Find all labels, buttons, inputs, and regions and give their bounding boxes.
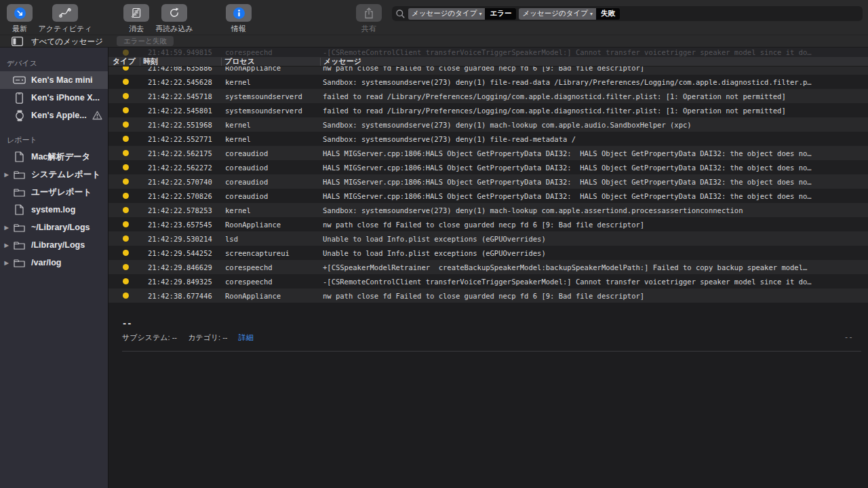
- sidebar-item-label: Mac解析データ: [31, 151, 90, 163]
- folder-icon: [13, 259, 26, 267]
- share-button: 共有: [356, 4, 382, 22]
- disclosure-triangle-icon[interactable]: ▶: [3, 242, 9, 248]
- cell-time: 21:42:23.657545: [140, 221, 221, 229]
- table-row[interactable]: 21:42:22.545628kernelSandbox: systemsoun…: [108, 75, 868, 89]
- token-menu-error[interactable]: メッセージのタイプ▾: [408, 8, 485, 20]
- search-icon: [395, 9, 406, 19]
- clear-icon: [123, 4, 149, 22]
- table-row[interactable]: 21:42:29.544252screencaptureuiUnable to …: [108, 246, 868, 260]
- detail-meta: サブシステム: -- カテゴリ: -- 詳細: [122, 333, 253, 343]
- cell-message: Unable to load Info.plist exceptions (eG…: [320, 235, 868, 243]
- sidebar-item-var-log[interactable]: ▶/var/log: [0, 254, 108, 271]
- clear-button[interactable]: 消去: [123, 4, 149, 22]
- table-row[interactable]: 21:42:38.677446RoonAppliancenw_path_clos…: [108, 288, 868, 303]
- log-table: 21:42:08.635886RoonAppliancenw_path_clos…: [108, 60, 868, 303]
- column-header-time[interactable]: 時刻: [140, 58, 221, 66]
- cell-process: screencaptureui: [221, 249, 320, 257]
- search-field[interactable]: メッセージのタイプ▾ エラー メッセージのタイプ▾ 失敗: [392, 6, 863, 21]
- column-header-type[interactable]: タイプ: [108, 56, 140, 67]
- table-row[interactable]: 21:42:29.530214lsdUnable to load Info.pl…: [108, 231, 868, 246]
- sidebar: デバイスKen's Mac miniKen's iPhone X...Ken's…: [0, 48, 108, 488]
- column-header-process[interactable]: プロセス: [221, 58, 320, 66]
- table-row[interactable]: 21:42:22.570740coreaudiodHALS_MIGServer.…: [108, 174, 868, 189]
- cell-process: coreaudiod: [221, 149, 320, 157]
- cell-process: kernel: [221, 78, 320, 86]
- log-level-dot: [123, 121, 129, 128]
- sidebar-item-library-logs[interactable]: ▶/Library/Logs: [0, 236, 108, 254]
- activity-icon: [52, 4, 78, 22]
- search-input[interactable]: [623, 10, 859, 18]
- table-row[interactable]: 21:42:22.562175coreaudiodHALS_MIGServer.…: [108, 146, 868, 160]
- disclosure-triangle-icon[interactable]: ▶: [3, 260, 9, 266]
- sidebar-item-システムレポート[interactable]: ▶システムレポート: [0, 166, 108, 183]
- sidebar-item-library-logs[interactable]: ▶~/Library/Logs: [0, 219, 108, 236]
- cell-time: 21:42:22.570740: [140, 178, 221, 186]
- search-token-error[interactable]: メッセージのタイプ▾ エラー: [408, 8, 516, 20]
- table-row[interactable]: 21:42:29.846629corespeechd+[CSSpeakerMod…: [108, 260, 868, 274]
- table-row[interactable]: 21:42:22.551968kernelSandbox: systemsoun…: [108, 117, 868, 132]
- info-button[interactable]: 情報: [226, 4, 252, 22]
- chevron-down-icon: ▾: [590, 11, 593, 17]
- log-level-dot: [123, 278, 129, 284]
- details-link[interactable]: 詳細: [238, 333, 253, 343]
- cell-message: failed to read /Library/Preferences/Logg…: [320, 107, 868, 115]
- sidebar-section-title: デバイス: [7, 58, 108, 69]
- disclosure-triangle-icon[interactable]: ▶: [3, 172, 9, 178]
- search-token-fault[interactable]: メッセージのタイプ▾ 失敗: [519, 8, 619, 20]
- detail-separator: [122, 351, 861, 352]
- cell-process: kernel: [221, 135, 320, 143]
- cell-message: nw_path_close_fd Failed to close guarded…: [320, 292, 868, 300]
- cell-time: 21:42:22.552771: [140, 135, 221, 143]
- table-row[interactable]: 21:42:22.578253kernelSandbox: systemsoun…: [108, 203, 868, 217]
- info-icon: [226, 4, 252, 22]
- sidebar-item-ken-s-apple[interactable]: Ken's Apple...: [0, 107, 108, 124]
- sidebar-item-ken-s-iphone-x[interactable]: Ken's iPhone X...: [0, 89, 108, 107]
- activity-button[interactable]: アクティビティ: [52, 4, 78, 22]
- clear-button-label: 消去: [129, 24, 144, 34]
- chevron-down-icon: ▾: [479, 11, 481, 17]
- table-row[interactable]: 21:42:22.545718systemsoundserverdfailed …: [108, 89, 868, 103]
- log-level-dot: [123, 179, 129, 185]
- token-menu-fault[interactable]: メッセージのタイプ▾: [519, 8, 595, 20]
- sidebar-item-label: Ken's Apple...: [31, 111, 87, 120]
- sidebar-section-title: レポート: [7, 135, 108, 145]
- cell-message: +[CSSpeakerModelRetrainer _createBackupS…: [320, 263, 868, 271]
- cell-time: 21:42:22.545718: [140, 92, 221, 100]
- sidebar-item-mac解析データ[interactable]: Mac解析データ: [0, 148, 108, 166]
- log-level-dot: [123, 236, 129, 242]
- log-level-dot: [123, 150, 129, 156]
- folder-icon: [13, 188, 26, 197]
- now-button[interactable]: 最新: [7, 4, 33, 22]
- tab-all-messages[interactable]: すべてのメッセージ: [31, 37, 103, 47]
- log-level-dot: [123, 164, 129, 170]
- cell-time: 21:42:29.530214: [140, 235, 221, 243]
- log-level-dot: [123, 207, 129, 213]
- cell-process: lsd: [221, 235, 320, 243]
- table-row[interactable]: 21:42:22.552771kernelSandbox: systemsoun…: [108, 132, 868, 146]
- table-row[interactable]: 21:42:22.545801systemsoundserverdfailed …: [108, 103, 868, 117]
- folder-icon: [13, 241, 26, 250]
- column-header-message[interactable]: メッセージ: [320, 58, 868, 66]
- cell-time: 21:42:29.846629: [140, 263, 221, 271]
- saved-filter-errors-and-faults[interactable]: エラーと失敗: [117, 36, 174, 46]
- activity-button-label: アクティビティ: [39, 24, 92, 34]
- sidebar-item-system-log[interactable]: system.log: [0, 201, 108, 219]
- table-row[interactable]: 21:42:22.562272coreaudiodHALS_MIGServer.…: [108, 160, 868, 174]
- reload-button[interactable]: 再読み込み: [161, 4, 187, 22]
- cell-message: Sandbox: systemsoundserve(273) deny(1) f…: [320, 78, 868, 86]
- log-level-dot: [123, 136, 129, 142]
- sidebar-item-label: Ken's Mac mini: [31, 75, 93, 85]
- table-row[interactable]: 21:42:22.570826coreaudiodHALS_MIGServer.…: [108, 189, 868, 203]
- sidebar-item-ユーザレポート[interactable]: ユーザレポート: [0, 183, 108, 201]
- table-row[interactable]: 21:42:23.657545RoonAppliancenw_path_clos…: [108, 217, 868, 231]
- table-row[interactable]: 21:42:29.849325corespeechd-[CSRemoteCont…: [108, 274, 868, 288]
- cell-process: systemsoundserverd: [221, 92, 320, 100]
- folder-icon: [13, 223, 26, 232]
- sidebar-toggle-icon[interactable]: [12, 37, 23, 46]
- cell-message: HALS_MIGServer.cpp:1806:HALS_Object_GetP…: [320, 192, 868, 200]
- cell-time: 21:42:22.545628: [140, 78, 221, 86]
- sidebar-item-ken-s-mac-mini[interactable]: Ken's Mac mini: [0, 71, 108, 89]
- log-level-dot: [123, 107, 129, 113]
- disclosure-triangle-icon[interactable]: ▶: [3, 225, 9, 231]
- share-icon: [356, 4, 382, 22]
